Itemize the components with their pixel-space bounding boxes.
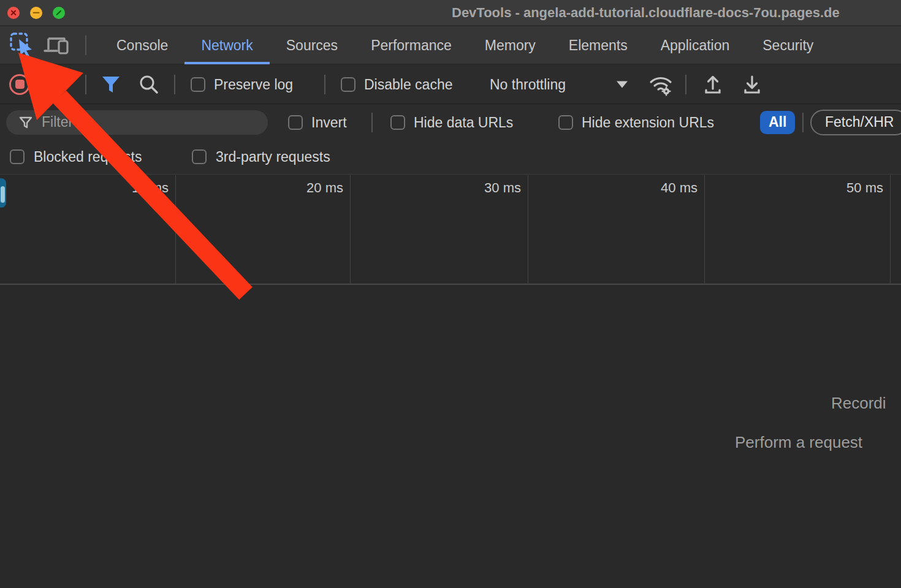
network-options-row: Blocked requests 3rd-party requests <box>0 140 901 175</box>
third-party-requests-label: 3rd-party requests <box>216 149 330 165</box>
network-conditions-button[interactable] <box>647 73 674 96</box>
window-title: DevTools - angela-add-tutorial.cloudflar… <box>452 0 840 26</box>
timeline-tick-label: 40 ms <box>661 180 698 196</box>
device-toolbar-icon <box>43 31 71 59</box>
devtools-tab-bar: Console Network Sources Performance Memo… <box>0 26 901 64</box>
wifi-gear-icon <box>647 73 674 96</box>
hide-data-urls-label: Hide data URLs <box>414 114 513 130</box>
clear-slash-icon <box>50 79 61 90</box>
handle-grip <box>1 186 5 203</box>
disable-cache-label: Disable cache <box>364 76 452 92</box>
filter-funnel-icon <box>101 75 121 94</box>
requests-table-empty-area: Recordi Perform a request <box>0 286 901 588</box>
panel-tabs: Console Network Sources Performance Memo… <box>100 26 830 64</box>
tab-console[interactable]: Console <box>100 26 184 64</box>
toolbar-divider <box>324 75 325 94</box>
chevron-down-icon[interactable] <box>617 81 628 88</box>
filter-type-all-button[interactable]: All <box>760 111 795 134</box>
toolbar-divider <box>85 75 86 94</box>
search-button[interactable] <box>139 74 159 95</box>
stop-square-icon <box>15 80 25 89</box>
record-stop-button[interactable] <box>9 74 30 95</box>
timeline-column: 40 ms <box>528 175 705 284</box>
overview-window-left-handle[interactable] <box>0 178 6 208</box>
minimize-button[interactable] <box>30 7 42 19</box>
blocked-requests-label: Blocked requests <box>34 149 142 165</box>
toolbar-divider <box>802 113 804 132</box>
toolbar-divider <box>174 75 175 94</box>
network-filter-row: Filter Invert Hide data URLs Hide extens… <box>0 105 901 140</box>
empty-state-perform-request-text: Perform a request <box>735 433 862 452</box>
timeline-column: 10 ms <box>0 175 176 284</box>
filter-placeholder: Filter <box>42 114 73 130</box>
tab-security[interactable]: Security <box>746 26 830 64</box>
tab-memory[interactable]: Memory <box>468 26 552 64</box>
import-har-button[interactable] <box>702 74 723 96</box>
tab-network[interactable]: Network <box>184 26 269 64</box>
timeline-column: 50 ms <box>705 175 891 284</box>
hide-extension-urls-label: Hide extension URLs <box>582 114 714 130</box>
zoom-button[interactable] <box>53 7 65 19</box>
network-overview-timeline[interactable]: 10 ms 20 ms 30 ms 40 ms 50 ms <box>0 175 901 285</box>
inspect-cursor-icon <box>9 31 34 59</box>
download-icon <box>742 74 762 96</box>
hide-extension-urls-checkbox[interactable] <box>558 115 573 130</box>
toggle-device-toolbar-button[interactable] <box>43 32 71 59</box>
funnel-outline-icon <box>18 115 33 130</box>
timeline-column: 20 ms <box>176 175 351 284</box>
network-toolbar: Preserve log Disable cache No throttling <box>0 65 901 104</box>
toolbar-divider <box>371 113 373 132</box>
toolbar-divider <box>685 75 686 94</box>
clear-log-button[interactable] <box>46 75 64 94</box>
throttling-select[interactable]: No throttling <box>490 76 566 92</box>
timeline-tick-label: 10 ms <box>132 180 169 196</box>
filter-toggle-button[interactable] <box>101 75 121 94</box>
disable-cache-checkbox[interactable] <box>341 77 355 92</box>
timeline-column: 30 ms <box>351 175 528 284</box>
inspect-element-button[interactable] <box>7 32 36 59</box>
tab-elements[interactable]: Elements <box>552 26 644 64</box>
preserve-log-label: Preserve log <box>214 76 293 92</box>
tab-sources[interactable]: Sources <box>270 26 354 64</box>
export-har-button[interactable] <box>742 74 762 96</box>
tab-application[interactable]: Application <box>644 26 747 64</box>
filter-input[interactable]: Filter <box>6 110 268 135</box>
toolbar-divider <box>85 36 86 55</box>
upload-icon <box>702 74 723 96</box>
filter-type-fetch-xhr-button[interactable]: Fetch/XHR <box>810 110 901 135</box>
traffic-lights <box>7 7 65 19</box>
blocked-requests-checkbox[interactable] <box>10 149 25 164</box>
title-bar: DevTools - angela-add-tutorial.cloudflar… <box>0 0 901 26</box>
third-party-requests-checkbox[interactable] <box>192 149 207 164</box>
hide-data-urls-checkbox[interactable] <box>390 115 405 130</box>
timeline-tick-label: 20 ms <box>306 180 343 196</box>
preserve-log-checkbox[interactable] <box>191 77 205 92</box>
invert-label: Invert <box>311 114 347 130</box>
empty-state-recording-text: Recordi <box>831 394 886 413</box>
close-button[interactable] <box>7 7 20 19</box>
search-icon <box>139 74 159 95</box>
invert-checkbox[interactable] <box>288 115 303 130</box>
gear-glyph <box>662 86 671 96</box>
tab-performance[interactable]: Performance <box>354 26 468 64</box>
timeline-tick-label: 50 ms <box>846 180 883 196</box>
timeline-tick-label: 30 ms <box>484 180 521 196</box>
devtools-window: DevTools - angela-add-tutorial.cloudflar… <box>0 0 901 588</box>
